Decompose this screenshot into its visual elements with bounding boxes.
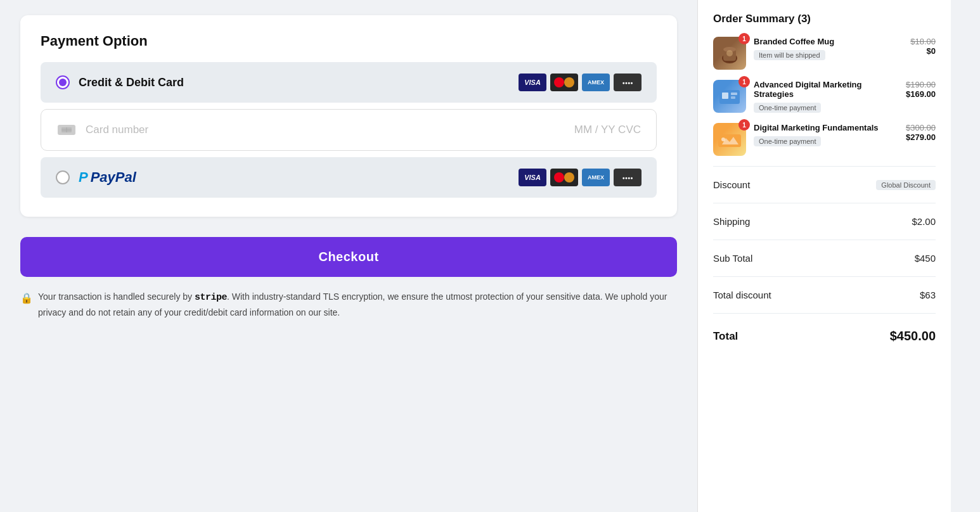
item-name-digital2: Digital Marketing Fundamentals [754,123,898,132]
summary-divider-3 [713,240,936,240]
item-img-wrap-coffee: 1 [713,37,746,70]
shipping-row: Shipping $2.00 [713,210,936,233]
card-input-area[interactable]: Card number MM / YY CVC [41,109,657,151]
total-discount-label: Total discount [713,290,771,300]
visa-icon: VISA [519,74,546,91]
stripe-brand: stripe [195,292,227,303]
svg-rect-10 [731,93,737,95]
payment-section: Payment Option Credit & Debit Card VISA … [20,15,677,217]
item-name-digital1: Advanced Digital Marketing Strategies [754,80,898,99]
item-img-wrap-digital2: 1 [713,123,746,156]
svg-point-14 [721,138,725,141]
paypal-generic-icon: ●●●● [614,169,642,186]
credit-card-icons: VISA AMEX ●●●● [519,74,642,91]
shipping-label: Shipping [713,216,750,227]
subtotal-value: $450 [915,253,936,264]
paypal-radio[interactable] [56,170,70,184]
item-prices-digital1: $190.00 $169.00 [906,80,936,99]
item-price-original-coffee: $18.00 [910,37,936,46]
svg-point-7 [726,50,733,56]
item-tag-digital2: One-time payment [754,136,821,146]
paypal-mc-icon [550,169,578,186]
order-summary-panel: Order Summary (3) 1 Branded Coffee Mug I… [697,0,951,512]
credit-card-radio[interactable] [56,75,70,89]
subtotal-label: Sub Total [713,253,752,264]
summary-divider-4 [713,276,936,277]
payment-title: Payment Option [41,33,657,49]
svg-rect-11 [731,96,735,99]
item-name-coffee: Branded Coffee Mug [754,37,903,46]
shipping-value: $2.00 [912,216,936,227]
credit-card-option[interactable]: Credit & Debit Card VISA AMEX ●●●● [41,62,657,103]
summary-divider-1 [713,166,936,167]
order-item-digital2: 1 Digital Marketing Fundamentals One-tim… [713,123,936,156]
paypal-amex-icon: AMEX [582,169,610,186]
security-note: 🔒 Your transaction is handled securely b… [20,290,677,319]
paypal-option[interactable]: P PayPal VISA AMEX ●●●● [41,157,657,198]
credit-card-label: Credit & Debit Card [79,76,184,89]
svg-rect-9 [722,93,728,99]
item-tag-digital1: One-time payment [754,103,821,113]
item-price-original-digital1: $190.00 [906,80,936,89]
item-prices-coffee: $18.00 $0 [910,37,936,56]
subtotal-row: Sub Total $450 [713,246,936,270]
summary-divider-5 [713,313,936,314]
amex-icon: AMEX [582,74,610,91]
item-price-discounted-coffee: $0 [910,46,936,56]
item-details-digital2: Digital Marketing Fundamentals One-time … [754,123,898,146]
paypal-logo: P PayPal [79,169,136,186]
security-text: Your transaction is handled securely by … [38,290,677,319]
paypal-card-icons: VISA AMEX ●●●● [519,169,642,186]
total-value: $450.00 [890,329,936,343]
paypal-p-icon: P [79,169,88,186]
discount-badge: Global Discount [876,180,936,190]
item-badge-coffee: 1 [738,33,750,44]
total-label: Total [713,330,738,343]
card-chip-icon [56,122,77,138]
card-number-placeholder[interactable]: Card number [86,124,148,136]
total-row: Total $450.00 [713,320,936,346]
order-item-coffee: 1 Branded Coffee Mug Item will be shippe… [713,37,936,70]
order-summary-title: Order Summary (3) [713,13,936,25]
item-price-discounted-digital1: $169.00 [906,89,936,99]
item-price-original-digital2: $300.00 [906,123,936,132]
paypal-visa-icon: VISA [519,169,546,186]
paypal-text: PayPal [91,169,136,186]
total-discount-value: $63 [920,290,936,300]
item-details-digital1: Advanced Digital Marketing Strategies On… [754,80,898,113]
discount-row: Discount Global Discount [713,173,936,196]
summary-divider-2 [713,203,936,203]
item-price-discounted-digital2: $279.00 [906,132,936,142]
mastercard-icon [550,74,578,91]
item-img-wrap-digital1: 1 [713,80,746,113]
checkout-button[interactable]: Checkout [20,237,677,277]
discount-label: Discount [713,179,750,190]
order-item-digital1: 1 Advanced Digital Marketing Strategies … [713,80,936,113]
item-tag-coffee: Item will be shipped [754,50,825,60]
item-details-coffee: Branded Coffee Mug Item will be shipped [754,37,903,60]
lock-icon: 🔒 [20,290,33,307]
item-prices-digital2: $300.00 $279.00 [906,123,936,142]
card-date-cvc-placeholder[interactable]: MM / YY CVC [574,124,641,136]
item-badge-digital1: 1 [738,76,750,87]
item-badge-digital2: 1 [738,119,750,131]
svg-rect-12 [718,134,741,147]
total-discount-row: Total discount $63 [713,283,936,307]
generic-card-icon: ●●●● [614,74,642,91]
